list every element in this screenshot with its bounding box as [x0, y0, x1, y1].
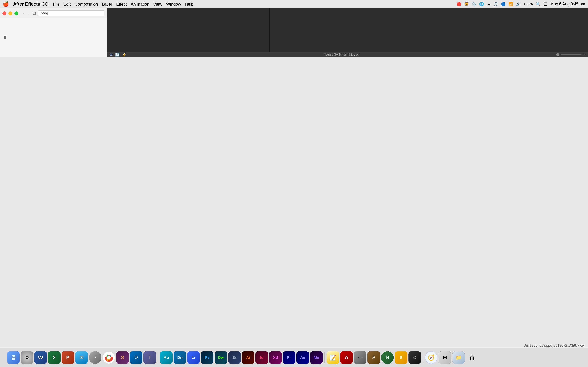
- ae-timeline-left: [107, 8, 270, 57]
- app-name[interactable]: After Effects CC: [13, 1, 48, 7]
- timeline-icon-3[interactable]: ⚡: [122, 53, 126, 57]
- menu-controls[interactable]: ☰: [544, 2, 548, 7]
- menubar: 🍎 After Effects CC File Edit Composition…: [0, 0, 588, 8]
- dock-spacer-2: [324, 352, 325, 363]
- ae-timeline: [107, 8, 588, 57]
- toggle-switches-text[interactable]: Toggle Switches / Modes: [129, 53, 554, 57]
- dock-item-downloads-folder[interactable]: 📁: [452, 351, 465, 364]
- nav-buttons: ‹ ›: [22, 10, 31, 16]
- address-bar-container: Goog: [38, 10, 104, 16]
- menu-file[interactable]: File: [53, 2, 60, 7]
- dock-item-illustrator[interactable]: Ai: [242, 351, 254, 364]
- close-button[interactable]: [2, 11, 6, 15]
- menu-layer[interactable]: Layer: [102, 2, 112, 7]
- menu-icon-2[interactable]: 🦁: [464, 2, 469, 7]
- dock-spacer-1: [158, 352, 158, 363]
- dock-item-finder[interactable]: 🖥: [7, 351, 20, 364]
- menu-search[interactable]: 🔍: [536, 2, 541, 7]
- ae-panel-divider: [270, 8, 270, 57]
- dock-item-teams[interactable]: T: [144, 351, 156, 364]
- dock-item-chrome[interactable]: [103, 351, 115, 364]
- dock-item-outlook[interactable]: O: [130, 351, 142, 364]
- menu-volume[interactable]: 🔊: [516, 2, 521, 7]
- menu-wifi[interactable]: 📶: [508, 2, 513, 7]
- dock-item-indesign[interactable]: Id: [256, 351, 268, 364]
- zoom-track[interactable]: [561, 54, 581, 55]
- dock-item-safari[interactable]: 🧭: [425, 351, 438, 364]
- ae-zoom-slider: ⊞: [556, 53, 586, 57]
- dock-item-apps-folder[interactable]: ⊞: [439, 351, 451, 364]
- dock-item-trash[interactable]: 🗑: [466, 351, 478, 364]
- svg-point-2: [107, 356, 111, 359]
- dock-item-pencil[interactable]: ✏: [354, 351, 366, 364]
- timeline-icon-2[interactable]: 🔄: [115, 53, 120, 57]
- grid-icon: ⠿: [3, 35, 6, 40]
- menu-window[interactable]: Window: [166, 2, 181, 7]
- browser-toolbar: ‹ › ⊞ Goog: [0, 8, 107, 18]
- dock: 🖥 ⚙ W X P ✉ i S O T: [0, 348, 588, 367]
- menu-effect[interactable]: Effect: [116, 2, 127, 7]
- dock-item-excel[interactable]: X: [48, 351, 61, 364]
- dock-item-slack[interactable]: S: [116, 351, 129, 364]
- traffic-lights: [2, 11, 18, 15]
- dock-item-powerpoint[interactable]: P: [62, 351, 74, 364]
- ae-timeline-right: [270, 8, 588, 57]
- menu-view[interactable]: View: [153, 2, 162, 7]
- dock-item-premiere[interactable]: Pr: [283, 351, 295, 364]
- address-bar[interactable]: Goog: [38, 10, 104, 16]
- dock-item-sketch[interactable]: S: [395, 351, 407, 364]
- menu-bluetooth[interactable]: 🔵: [501, 2, 506, 7]
- dock-item-mail[interactable]: ✉: [75, 351, 88, 364]
- tab-icon: ⊞: [33, 11, 36, 16]
- back-button[interactable]: ‹: [22, 10, 26, 16]
- zoom-dot[interactable]: [556, 53, 559, 56]
- browser-content: ⠿: [0, 18, 107, 57]
- menu-edit[interactable]: Edit: [63, 2, 71, 7]
- zoom-end: ⊞: [583, 53, 586, 57]
- minimize-button[interactable]: [9, 11, 12, 15]
- dock-item-notes[interactable]: 📝: [327, 351, 339, 364]
- address-text: Goog: [40, 11, 48, 15]
- dock-item-dreamweaver[interactable]: Dw: [215, 351, 227, 364]
- dock-item-scrivener[interactable]: S: [367, 351, 380, 364]
- dock-item-media-encoder[interactable]: Me: [310, 351, 323, 364]
- dock-item-audition[interactable]: Au: [160, 351, 173, 364]
- timeline-icon-1[interactable]: ⚙: [110, 53, 113, 57]
- dock-item-aftereffects[interactable]: Ae: [296, 351, 309, 364]
- menu-time: Mon 6 Aug 9:45 am: [550, 2, 585, 7]
- bottom-filename: Day1705_018.pjtx [2013072...0h8.ppgk: [523, 343, 585, 347]
- dock-item-dimension[interactable]: Dn: [173, 351, 186, 364]
- dock-item-coremelt[interactable]: C: [408, 351, 421, 364]
- menu-help[interactable]: Help: [185, 2, 193, 7]
- maximize-button[interactable]: [14, 11, 18, 15]
- dock-item-lightroom[interactable]: Lr: [187, 351, 200, 364]
- dock-item-system-prefs[interactable]: ⚙: [21, 351, 33, 364]
- dock-item-bridge[interactable]: Br: [228, 351, 241, 364]
- dock-item-acrobat[interactable]: A: [340, 351, 353, 364]
- menu-composition[interactable]: Composition: [75, 2, 98, 7]
- menu-animation[interactable]: Animation: [131, 2, 149, 7]
- dock-item-xd[interactable]: Xd: [269, 351, 282, 364]
- menubar-right: 🔴 🦁 📎 🌐 ☁ 🎵 🔵 📶 🔊 100% 🔍 ☰ Mon 6 Aug 9:4…: [457, 2, 585, 7]
- dock-item-word[interactable]: W: [34, 351, 47, 364]
- ae-timeline-bottombar: ⚙ 🔄 ⚡ Toggle Switches / Modes ⊞: [107, 52, 588, 57]
- menu-icon-3[interactable]: 📎: [472, 2, 476, 7]
- dock-spacer-3: [423, 352, 423, 363]
- menu-icon-5[interactable]: ☁: [487, 2, 491, 7]
- menu-icon-6[interactable]: 🎵: [493, 2, 498, 7]
- menu-battery: 100%: [523, 2, 533, 6]
- forward-button[interactable]: ›: [27, 10, 31, 16]
- dock-item-north[interactable]: N: [381, 351, 394, 364]
- menu-icon-4[interactable]: 🌐: [479, 2, 484, 7]
- dock-item-photoshop[interactable]: Ps: [201, 351, 214, 364]
- browser-window: ‹ › ⊞ Goog ⠿: [0, 8, 107, 57]
- desktop-area: [0, 57, 588, 347]
- dock-item-info[interactable]: i: [89, 351, 102, 364]
- apple-menu[interactable]: 🍎: [3, 1, 9, 7]
- menu-icon-1[interactable]: 🔴: [457, 2, 461, 7]
